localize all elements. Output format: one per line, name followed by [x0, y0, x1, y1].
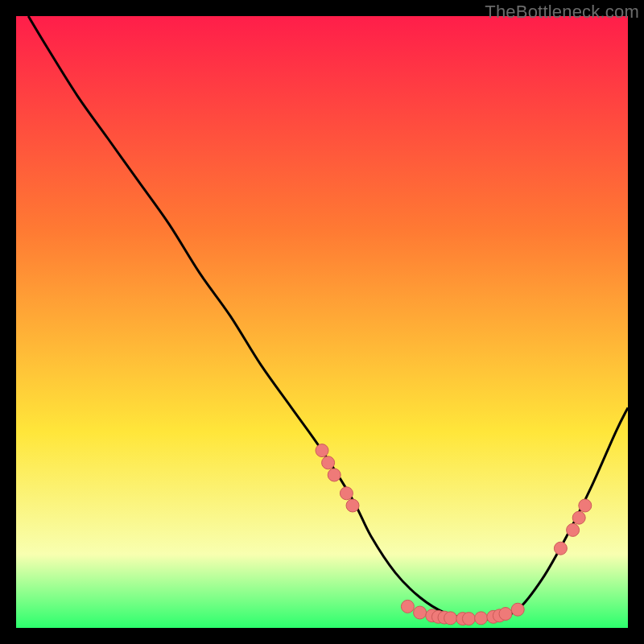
watermark-text: TheBottleneck.com: [485, 2, 639, 23]
data-point: [511, 603, 524, 616]
chart-svg: [16, 16, 628, 628]
data-point: [462, 613, 475, 625]
data-point: [316, 444, 328, 457]
data-point: [567, 523, 580, 536]
chart-frame: [16, 16, 628, 628]
data-point: [322, 456, 335, 469]
data-point: [340, 487, 353, 500]
data-point: [572, 511, 585, 524]
data-point: [554, 542, 567, 555]
data-point: [475, 612, 488, 625]
data-point: [401, 600, 414, 613]
plot-area: [16, 16, 628, 628]
data-point: [499, 608, 512, 621]
data-point: [328, 469, 341, 481]
data-point: [414, 606, 427, 619]
gradient-background: [16, 16, 628, 628]
data-point: [444, 612, 457, 625]
data-point: [346, 499, 359, 512]
data-point: [579, 499, 592, 512]
